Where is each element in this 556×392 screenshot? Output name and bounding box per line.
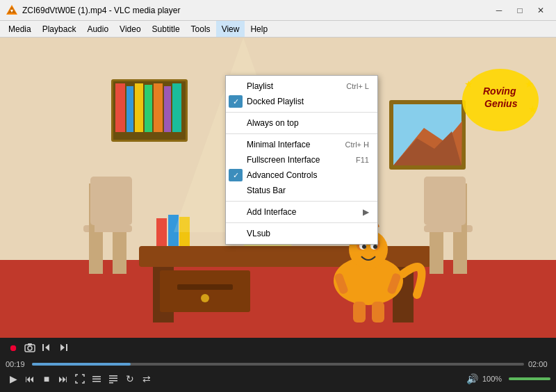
separator-2 [226,133,377,134]
svg-rect-70 [92,376,101,377]
menu-help[interactable]: Help [245,21,273,37]
svg-rect-35 [177,284,233,290]
title-bar: ▼ ZCI69dVtW0E (1).mp4 - VLC media player… [0,0,556,21]
maximize-button[interactable]: □ [510,3,530,18]
playlist-shortcut: Ctrl+ L [332,82,369,90]
control-buttons: ▶ ⏮ ■ ⏭ ↻ [0,370,556,388]
svg-rect-14 [164,86,171,132]
frame-forward-button[interactable] [56,340,71,355]
record-button[interactable]: ⏺ [6,340,21,355]
add-interface-label: Add Interface [247,207,296,217]
svg-rect-55 [353,302,366,322]
controls-area: 00:19 02:00 ▶ ⏮ ■ ⏭ [0,357,556,392]
svg-rect-73 [109,375,117,377]
advanced-controls-label: Advanced Controls [247,170,317,180]
window-title: ZCI69dVtW0E (1).mp4 - VLC media player [22,6,180,15]
menu-audio[interactable]: Audio [81,21,114,37]
volume-fill [509,377,550,380]
volume-bar[interactable] [509,377,550,380]
fullscreen-interface-label: Fullscreen Interface [247,155,320,165]
svg-text:★: ★ [528,104,537,115]
frame-back-button[interactable] [39,340,54,355]
menu-item-vlsub[interactable]: VLsub [226,226,377,241]
svg-marker-67 [45,344,49,351]
svg-text:Roving: Roving [483,85,516,97]
seek-progress [32,363,131,366]
vlsub-label: VLsub [247,229,270,238]
menu-item-advanced-controls[interactable]: ✓ Advanced Controls [226,168,377,183]
menu-item-always-on-top[interactable]: Always on top [226,115,377,131]
separator-3 [226,201,377,202]
svg-rect-74 [109,378,117,379]
docked-playlist-checkmark-icon: ✓ [233,97,239,106]
playlist-label: Playlist [247,81,273,91]
svg-rect-12 [145,85,152,132]
svg-rect-34 [160,270,250,312]
seek-bar-container: 00:19 02:00 [0,357,556,370]
svg-point-54 [373,245,377,249]
extended-settings-icon [92,374,101,384]
svg-rect-71 [92,379,101,380]
prev-button[interactable]: ⏮ [22,371,38,386]
svg-rect-56 [372,302,384,322]
menu-item-docked-playlist[interactable]: ✓ Docked Playlist [226,94,377,109]
menu-subtitle[interactable]: Subtitle [147,21,186,37]
fullscreen-icon [75,374,85,384]
volume-icon-button[interactable]: 🔊 [464,371,480,386]
fullscreen-button[interactable] [72,371,88,386]
extended-settings-button[interactable] [89,371,104,386]
advanced-controls-checkmark-icon: ✓ [233,171,239,180]
separator-1 [226,112,377,113]
vlc-logo-icon: ▼ [6,4,18,17]
always-on-top-label: Always on top [247,118,299,128]
svg-point-64 [28,346,32,350]
loop-button[interactable]: ↻ [122,371,138,386]
stop-button[interactable]: ■ [39,371,54,386]
video-area: Roving Genius ★ ★ ★ [0,38,556,357]
svg-rect-15 [172,83,181,132]
svg-rect-2 [8,13,15,15]
svg-rect-10 [126,86,133,132]
svg-rect-41 [90,177,132,225]
advanced-controls-check-bg: ✓ [229,169,243,181]
svg-rect-43 [430,232,443,274]
svg-rect-38 [89,232,103,274]
svg-text:▼: ▼ [10,8,15,13]
svg-marker-69 [60,344,65,351]
minimize-button[interactable]: ─ [489,3,509,18]
svg-rect-72 [92,381,101,382]
minimal-interface-label: Minimal Interface [247,140,310,149]
fullscreen-interface-shortcut: F11 [342,156,369,164]
docked-playlist-label: Docked Playlist [247,97,304,106]
seek-bar[interactable] [32,363,524,366]
add-interface-arrow-icon: ▶ [363,207,369,217]
svg-text:★: ★ [464,79,473,90]
menu-playback[interactable]: Playback [37,21,82,37]
status-bar-label: Status Bar [247,186,286,195]
menu-item-playlist[interactable]: Playlist Ctrl+ L [226,79,377,94]
menu-item-fullscreen-interface[interactable]: Fullscreen Interface F11 [226,152,377,168]
volume-label: 100% [482,375,506,383]
svg-rect-44 [453,232,467,274]
menu-tools[interactable]: Tools [186,21,216,37]
menu-item-status-bar[interactable]: Status Bar [226,183,377,198]
play-button[interactable]: ▶ [6,371,21,386]
minimal-interface-shortcut: Ctrl+ H [331,140,369,149]
svg-rect-31 [156,218,167,246]
menu-view[interactable]: View [216,21,245,37]
playlist-toggle-button[interactable] [106,371,121,386]
shuffle-button[interactable]: ⇄ [139,371,154,386]
frame-forward-icon [58,342,69,353]
screenshot-button[interactable] [22,340,38,355]
svg-rect-39 [113,232,126,274]
menu-item-add-interface[interactable]: Add Interface ▶ [226,204,377,220]
menu-bar: Media Playback Audio Video Subtitle Tool… [0,21,556,38]
camera-icon [24,342,35,353]
menu-media[interactable]: Media [3,21,37,37]
next-button[interactable]: ⏭ [56,371,71,386]
menu-item-minimal-interface[interactable]: Minimal Interface Ctrl+ H [226,137,377,152]
menu-video[interactable]: Video [114,21,146,37]
svg-rect-68 [66,344,67,351]
close-button[interactable]: ✕ [531,3,550,18]
svg-rect-11 [135,83,143,132]
